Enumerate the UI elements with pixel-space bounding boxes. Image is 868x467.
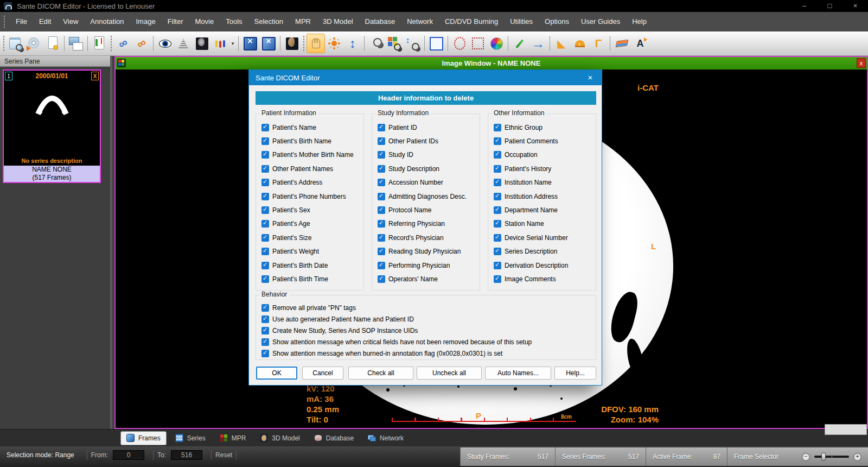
text-annotation-icon[interactable] — [631, 34, 649, 53]
image-window-titlebar[interactable]: Image Window - NAME NONE x — [116, 57, 867, 70]
checkbox-row-performing-physician[interactable]: Performing Physician — [378, 258, 477, 272]
tab-3d-model[interactable]: 3D Model — [254, 431, 305, 445]
pan-hand-icon[interactable] — [307, 34, 325, 53]
checkbox-row-patient-s-birth-name[interactable]: Patient's Birth Name — [261, 134, 361, 148]
checkbox-row-patient-s-weight[interactable]: Patient's Weight — [261, 245, 361, 258]
magnifier-icon[interactable] — [367, 34, 385, 53]
checkbox-row-referring-physician[interactable]: Referring Physician — [378, 217, 477, 231]
tab-mpr[interactable]: MPR — [214, 431, 252, 445]
show-overlays-eye-icon[interactable] — [156, 34, 174, 53]
print-images-icon[interactable] — [67, 34, 85, 53]
checkbox-row-study-id[interactable]: Study ID — [378, 148, 477, 162]
frame-plus-button[interactable]: + — [853, 453, 861, 461]
anonymize-document-icon[interactable] — [43, 34, 62, 53]
checkbox-row-institution-name[interactable]: Institution Name — [494, 176, 593, 190]
menu-item-selection[interactable]: Selection — [248, 12, 289, 31]
checkbox-row-patient-s-size[interactable]: Patient's Size — [261, 231, 361, 244]
brightness-sun-icon[interactable] — [325, 34, 343, 53]
menu-item-tools[interactable]: Tools — [220, 12, 248, 31]
checkbox-row-record-s-physician[interactable]: Record's Physician — [378, 231, 477, 244]
link-window-level-icon[interactable] — [132, 34, 151, 53]
fit-image-icon[interactable] — [241, 34, 259, 53]
checkbox-row-department-name[interactable]: Department Name — [494, 203, 593, 217]
menu-item-mpr[interactable]: MPR — [289, 12, 317, 31]
open-study-icon[interactable] — [7, 34, 25, 53]
checkbox-row-accession-number[interactable]: Accession Number — [378, 176, 477, 190]
menu-item-help[interactable]: Help — [626, 12, 653, 31]
checkbox-row-device-serial-number[interactable]: Device Serial Number — [494, 231, 593, 244]
checkbox-row-reading-study-physician[interactable]: Reading Study Physician — [378, 245, 477, 258]
reset-button[interactable]: Reset — [215, 451, 232, 459]
mri-presets-icon[interactable] — [193, 34, 211, 53]
checkbox-row-ethnic-group[interactable]: Ethnic Group — [494, 121, 593, 134]
zoom-tool-icon[interactable] — [404, 34, 422, 53]
fit-window-icon[interactable] — [259, 34, 278, 53]
angle-ruler-icon[interactable] — [589, 34, 608, 53]
checkbox-row-patient-s-phone-numbers[interactable]: Patient's Phone Numbers — [261, 190, 361, 203]
checkbox-row-patient-s-birth-time[interactable]: Patient's Birth Time — [261, 272, 361, 286]
link-series-icon[interactable] — [114, 34, 132, 53]
tab-network[interactable]: Network — [362, 431, 409, 445]
series-close-button[interactable]: X — [91, 72, 99, 80]
checkbox-row-admitting-diagnoses-desc[interactable]: Admitting Diagnoses Desc. — [378, 190, 477, 203]
menu-item-filter[interactable]: Filter — [162, 12, 189, 31]
color-presets-icon[interactable] — [211, 34, 229, 53]
cancel-button[interactable]: Cancel — [302, 367, 343, 380]
checkbox-row-use-auto-generated-patient-name-and-patient-id[interactable]: Use auto generated Patient Name and Pati… — [261, 313, 593, 325]
protractor-icon[interactable] — [571, 34, 589, 53]
eraser-icon[interactable] — [612, 34, 631, 53]
presets-dropdown-arrow[interactable] — [229, 34, 236, 53]
cd-burn-icon[interactable] — [25, 34, 43, 53]
checkbox-row-patient-s-address[interactable]: Patient's Address — [261, 176, 361, 190]
menu-item-user-guides[interactable]: User Guides — [575, 12, 626, 31]
checkbox-row-patient-s-history[interactable]: Patient's History — [494, 162, 593, 175]
color-palette-icon[interactable] — [487, 34, 506, 53]
tab-series[interactable]: Series — [170, 431, 211, 445]
menu-item-image[interactable]: Image — [130, 12, 161, 31]
checkbox-row-create-new-study-series-and-sop-instance-uids[interactable]: Create New Study, Series And SOP Instanc… — [261, 325, 593, 336]
menu-item-database[interactable]: Database — [359, 12, 401, 31]
tab-database[interactable]: Database — [309, 431, 359, 445]
pencil-icon[interactable] — [510, 34, 529, 53]
checkbox-row-patient-s-mother-birth-name[interactable]: Patient's Mother Birth Name — [261, 148, 361, 162]
menu-item-view[interactable]: View — [57, 12, 84, 31]
ruler-icon[interactable] — [552, 34, 571, 53]
checkbox-row-occupation[interactable]: Occupation — [494, 148, 593, 162]
arrow-annotation-icon[interactable] — [529, 34, 547, 53]
menu-item-3d-model[interactable]: 3D Model — [317, 12, 359, 31]
menu-item-utilities[interactable]: Utilities — [504, 12, 539, 31]
checkbox-row-patient-s-sex[interactable]: Patient's Sex — [261, 203, 361, 217]
checkbox-row-patient-s-name[interactable]: Patient's Name — [261, 121, 361, 134]
frame-minus-button[interactable]: − — [802, 453, 810, 461]
auto-names-button[interactable]: Auto Names... — [485, 367, 551, 380]
checkbox-row-protocol-name[interactable]: Protocol Name — [378, 203, 477, 217]
checkbox-row-patient-comments[interactable]: Patient Comments — [494, 134, 593, 148]
menu-item-cd-dvd-burning[interactable]: CD/DVD Burning — [439, 12, 504, 31]
rectangle-select-icon[interactable] — [427, 34, 445, 53]
checkbox-row-series-description[interactable]: Series Description — [494, 245, 593, 258]
menu-item-options[interactable]: Options — [539, 12, 575, 31]
3d-head-icon[interactable] — [283, 34, 301, 53]
tab-frames[interactable]: Frames — [120, 431, 167, 445]
checkbox-row-remove-all-private-pn-tags[interactable]: Remove all private "PN" tags — [261, 302, 593, 313]
menu-item-network[interactable]: Network — [401, 12, 439, 31]
ellipse-roi-icon[interactable] — [450, 34, 469, 53]
checkbox-row-other-patient-ids[interactable]: Other Patient IDs — [378, 134, 477, 148]
help-button[interactable]: Help... — [554, 367, 596, 380]
ok-button[interactable]: OK — [256, 367, 297, 380]
rectangle-roi-icon[interactable] — [469, 34, 487, 53]
checkbox-row-derivation-description[interactable]: Derivation Description — [494, 258, 593, 272]
minimize-button[interactable]: – — [792, 0, 817, 12]
maximize-button[interactable]: □ — [817, 0, 843, 12]
contrast-updown-icon[interactable] — [343, 34, 362, 53]
frame-slider-thumb[interactable] — [821, 453, 826, 460]
close-button[interactable]: × — [843, 0, 868, 12]
checkbox-row-study-description[interactable]: Study Description — [378, 162, 477, 175]
checkbox-row-patient-s-age[interactable]: Patient's Age — [261, 217, 361, 231]
checkbox-row-show-attention-message-when-critical-fields-have-not-been-removed-because-of-this-setup[interactable]: Show attention message when critical fie… — [261, 336, 593, 348]
image-window-close-button[interactable]: x — [857, 58, 866, 68]
checkbox-row-patient-s-birth-date[interactable]: Patient's Birth Date — [261, 258, 361, 272]
checkbox-row-other-patient-names[interactable]: Other Patient Names — [261, 162, 361, 175]
checkbox-row-operators-name[interactable]: Operators' Name — [378, 272, 477, 286]
zoom-region-icon[interactable] — [385, 34, 404, 53]
